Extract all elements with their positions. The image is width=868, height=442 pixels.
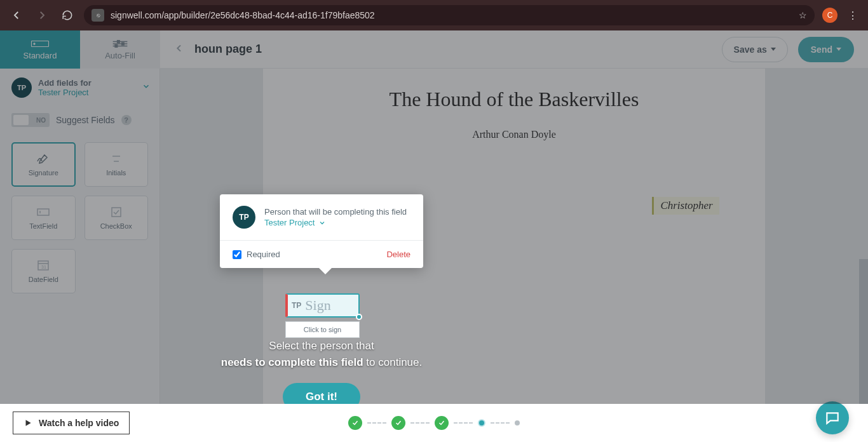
step-5-future[interactable] bbox=[515, 420, 520, 425]
tutorial-text-bold: needs to complete this field bbox=[221, 356, 363, 368]
tab-standard[interactable]: Standard bbox=[0, 30, 80, 69]
popover-signer-selector[interactable]: Tester Project bbox=[264, 218, 407, 227]
click-to-sign-tooltip: Click to sign bbox=[285, 321, 360, 338]
svg-point-1 bbox=[34, 43, 35, 44]
signer-label-line1: Add fields for bbox=[38, 78, 135, 88]
required-label: Required bbox=[247, 250, 280, 259]
scrollbar-track[interactable] bbox=[859, 107, 868, 404]
svg-text:31: 31 bbox=[41, 265, 46, 269]
browser-chrome: ⎋ signwell.com/app/builder/2e56dc48-8bad… bbox=[0, 0, 868, 30]
chevron-down-icon bbox=[142, 82, 151, 93]
suggest-label: Suggest Fields bbox=[56, 115, 115, 125]
browser-menu-icon[interactable]: ⋮ bbox=[845, 10, 860, 22]
send-button[interactable]: Send bbox=[798, 37, 854, 62]
svg-rect-7 bbox=[115, 44, 118, 47]
field-initials[interactable]: Initials bbox=[85, 142, 149, 187]
progress-steps bbox=[348, 416, 520, 430]
signer-label-line2: Tester Project bbox=[38, 88, 135, 97]
caret-down-icon bbox=[836, 48, 841, 51]
svg-rect-10 bbox=[37, 209, 49, 215]
field-textfield[interactable]: TextField bbox=[11, 196, 76, 240]
resize-handle-icon[interactable] bbox=[356, 314, 362, 320]
fields-sidebar: TP Add fields for Tester Project NO Sugg… bbox=[0, 30, 160, 404]
suggest-toggle[interactable]: NO bbox=[11, 113, 50, 127]
save-as-button[interactable]: Save as bbox=[722, 37, 788, 62]
suggest-fields-row: NO Suggest Fields ? bbox=[0, 107, 159, 140]
toggle-knob bbox=[13, 115, 29, 125]
field-signature-label: Signature bbox=[29, 169, 58, 177]
nav-reload-button[interactable] bbox=[58, 6, 76, 24]
step-1-done[interactable] bbox=[348, 416, 362, 430]
tutorial-text-line1: Select the person that bbox=[269, 340, 374, 352]
app-main: Standard Auto-Fill TP Add fields for Tes… bbox=[0, 30, 868, 404]
topbar-back-button[interactable] bbox=[174, 43, 184, 56]
existing-signature[interactable]: Christopher bbox=[652, 197, 719, 215]
topbar: houn page 1 Save as Send bbox=[160, 30, 868, 69]
profile-avatar[interactable]: C bbox=[822, 8, 837, 23]
field-palette: Signature Initials TextField CheckBox 31… bbox=[0, 140, 159, 296]
signer-avatar: TP bbox=[11, 77, 32, 98]
help-icon[interactable]: ? bbox=[121, 115, 132, 125]
delete-field-link[interactable]: Delete bbox=[386, 250, 410, 259]
field-settings-popover: TP Person that will be completing this f… bbox=[220, 194, 423, 268]
tab-standard-label: Standard bbox=[24, 51, 57, 60]
popover-avatar: TP bbox=[233, 206, 255, 229]
page-author: Arthur Conan Doyle bbox=[301, 129, 727, 140]
field-signature[interactable]: Signature bbox=[11, 142, 76, 187]
step-3-done[interactable] bbox=[435, 416, 449, 430]
signature-field-text: Sign bbox=[305, 297, 330, 314]
field-textfield-label: TextField bbox=[29, 222, 57, 230]
watch-help-video-button[interactable]: Watch a help video bbox=[13, 412, 130, 434]
tab-autofill[interactable]: Auto-Fill bbox=[80, 30, 160, 69]
got-it-button[interactable]: Got it! bbox=[283, 383, 360, 404]
signer-text: Add fields for Tester Project bbox=[38, 78, 135, 97]
svg-rect-12 bbox=[112, 208, 121, 217]
required-checkbox[interactable] bbox=[233, 250, 241, 259]
field-checkbox[interactable]: CheckBox bbox=[85, 196, 149, 240]
caret-down-icon bbox=[771, 48, 776, 51]
signature-field-initials: TP bbox=[292, 301, 301, 310]
tutorial-callout: Select the person that needs to complete… bbox=[216, 338, 427, 404]
field-checkbox-label: CheckBox bbox=[100, 222, 132, 230]
site-info-icon[interactable]: ⎋ bbox=[92, 9, 104, 22]
chevron-down-icon bbox=[318, 219, 326, 227]
nav-back-button[interactable] bbox=[8, 6, 25, 24]
document-title: houn page 1 bbox=[194, 43, 262, 56]
url-text: signwell.com/app/builder/2e56dc48-8bad-4… bbox=[111, 10, 792, 20]
svg-rect-5 bbox=[118, 40, 120, 43]
nav-forward-button[interactable] bbox=[33, 6, 51, 24]
play-icon bbox=[24, 419, 32, 427]
field-datefield-label: DateField bbox=[29, 276, 58, 283]
page-heading: The Hound of the Baskervilles bbox=[301, 88, 727, 111]
chat-fab[interactable] bbox=[816, 401, 849, 434]
toggle-state-label: NO bbox=[36, 117, 46, 124]
required-checkbox-row[interactable]: Required bbox=[233, 250, 280, 259]
signature-field[interactable]: TP Sign bbox=[285, 293, 360, 318]
scrollbar-thumb[interactable] bbox=[859, 259, 868, 404]
field-initials-label: Initials bbox=[106, 169, 126, 177]
step-4-current[interactable] bbox=[478, 419, 485, 427]
popover-label: Person that will be completing this fiel… bbox=[264, 207, 407, 217]
field-datefield[interactable]: 31 DateField bbox=[11, 249, 76, 293]
svg-rect-6 bbox=[122, 43, 125, 45]
step-2-done[interactable] bbox=[391, 416, 405, 430]
bookmark-star-icon[interactable]: ☆ bbox=[799, 10, 807, 20]
url-bar[interactable]: ⎋ signwell.com/app/builder/2e56dc48-8bad… bbox=[84, 5, 815, 25]
app-root: Standard Auto-Fill TP Add fields for Tes… bbox=[0, 30, 868, 442]
tab-autofill-label: Auto-Fill bbox=[105, 51, 135, 60]
signer-selector[interactable]: TP Add fields for Tester Project bbox=[0, 69, 159, 107]
sidebar-mode-tabs: Standard Auto-Fill bbox=[0, 30, 160, 69]
chat-icon bbox=[824, 410, 841, 426]
footer-bar: Watch a help video bbox=[0, 404, 868, 442]
tutorial-text-tail: to continue. bbox=[363, 356, 423, 368]
